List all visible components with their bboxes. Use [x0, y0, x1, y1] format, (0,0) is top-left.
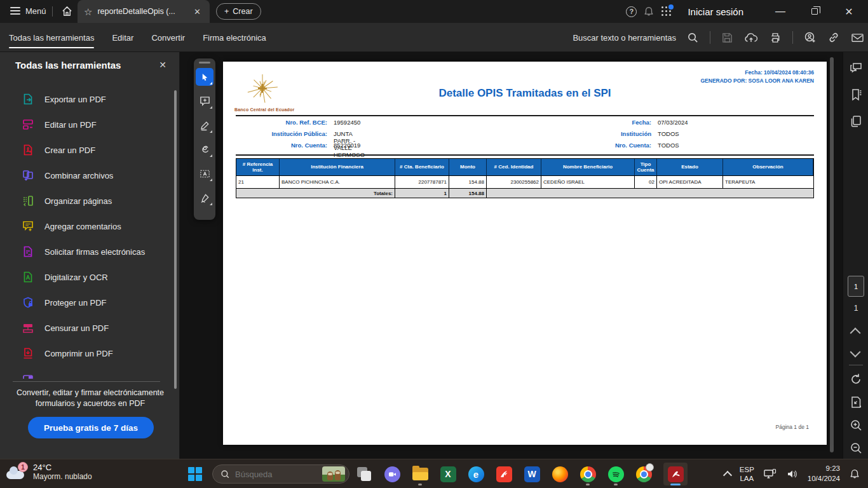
fit-page-icon[interactable] — [849, 395, 863, 409]
all-tools-panel: Todas las herramientas ✕ Exportar un PDF… — [0, 52, 180, 459]
print-icon[interactable] — [769, 32, 782, 44]
tool-compress-pdf[interactable]: Comprimir un PDF — [0, 342, 173, 365]
weather-badge: 1 — [18, 462, 28, 472]
bookmarks-panel-icon[interactable] — [849, 88, 863, 102]
sign-tool-button[interactable] — [196, 189, 214, 207]
draw-tool-button[interactable] — [196, 140, 214, 158]
tool-scan-ocr[interactable]: Digitalizar y OCR — [0, 266, 173, 288]
weather-temp: 24°C — [33, 463, 92, 472]
tab-convert[interactable]: Convertir — [142, 23, 194, 52]
comment-tool-button[interactable] — [196, 92, 214, 110]
notifications-bell-icon[interactable] — [643, 6, 654, 17]
xodo-pdf-icon[interactable] — [496, 463, 512, 485]
previous-page-chevron-icon[interactable] — [850, 328, 861, 339]
tab-close-icon[interactable]: ✕ — [191, 6, 203, 18]
document-scrollbar[interactable] — [830, 57, 834, 452]
header-rule — [236, 115, 814, 116]
search-input[interactable] — [235, 470, 317, 479]
chrome-profile-icon[interactable] — [635, 463, 652, 485]
file-explorer-icon[interactable] — [412, 463, 428, 485]
tab-esign[interactable]: Firma electrónica — [194, 23, 275, 52]
apps-grid-icon[interactable] — [661, 6, 672, 17]
menu-button[interactable]: Menú — [25, 6, 46, 16]
zoom-in-icon[interactable] — [849, 418, 863, 432]
home-icon[interactable] — [61, 5, 73, 17]
tool-export-pdf[interactable]: Exportar un PDF — [0, 88, 173, 111]
acrobat-icon[interactable] — [663, 463, 688, 485]
email-icon[interactable] — [851, 32, 864, 43]
network-icon[interactable] — [763, 468, 777, 480]
window-close-button[interactable]: ✕ — [835, 0, 863, 23]
tool-label: Crear un PDF — [44, 146, 95, 155]
tool-organize-pages[interactable]: Organizar páginas — [0, 189, 173, 212]
taskbar-search[interactable] — [212, 464, 349, 484]
free-trial-button[interactable]: Prueba gratis de 7 días — [28, 417, 154, 438]
favorite-star-icon[interactable]: ☆ — [84, 7, 92, 17]
create-button[interactable]: + Crear — [216, 3, 261, 20]
right-rail: 1 1 — [843, 52, 868, 459]
add-people-icon[interactable] — [804, 31, 817, 44]
tab-edit[interactable]: Editar — [103, 23, 142, 52]
notification-bell-icon[interactable] — [849, 468, 860, 480]
field-label: Institución — [566, 130, 651, 137]
firefox-icon[interactable] — [552, 463, 568, 485]
panel-close-icon[interactable]: ✕ — [159, 60, 166, 70]
select-text-tool-button[interactable] — [196, 165, 214, 182]
panel-scrollbar[interactable] — [174, 90, 177, 389]
help-icon[interactable]: ? — [626, 6, 637, 17]
tool-create-pdf[interactable]: Crear un PDF — [0, 139, 173, 161]
clock[interactable]: 9:23 10/4/2024 — [808, 464, 840, 484]
tool-edit-pdf[interactable]: Editar un PDF — [0, 113, 173, 136]
zoom-app-icon[interactable] — [384, 463, 400, 485]
next-page-chevron-icon[interactable] — [850, 347, 861, 358]
document-area: Fecha: 10/04/2024 08:40:36 GENERADO POR:… — [180, 52, 843, 459]
tool-protect-pdf[interactable]: Proteger un PDF — [0, 291, 173, 314]
hamburger-menu-icon[interactable] — [10, 7, 20, 15]
weather-cloud-icon: 1 — [6, 462, 28, 481]
hidden-icons-chevron[interactable] — [723, 471, 732, 480]
col-header: # Cta. Beneficiario — [395, 159, 449, 175]
tool-label: Combinar archivos — [44, 171, 113, 180]
task-view-button[interactable] — [356, 463, 372, 485]
tool-label: Exportar un PDF — [44, 95, 106, 104]
quickbar-drag-handle[interactable] — [199, 62, 210, 64]
tool-label: Solicitar firmas electrónicas — [44, 247, 145, 257]
tool-redact-pdf[interactable]: Censurar un PDF — [0, 316, 173, 339]
weather-widget[interactable]: 1 24°C Mayorm. nublado — [6, 462, 92, 481]
tool-add-comments[interactable]: Agregar comentarios — [0, 215, 173, 238]
search-tools-button[interactable]: Buscar texto o herramientas — [573, 33, 676, 43]
tool-request-esign[interactable]: Solicitar firmas electrónicas — [0, 240, 173, 263]
edge-icon[interactable]: e — [468, 463, 484, 485]
start-button[interactable] — [188, 467, 202, 481]
page-1-thumbnail[interactable]: 1 — [848, 276, 864, 297]
word-icon[interactable]: W — [524, 463, 540, 485]
cell: 154.88 — [449, 175, 487, 188]
organize-pages-icon — [22, 194, 34, 207]
rotate-page-icon[interactable] — [849, 372, 863, 386]
select-tool-button[interactable] — [196, 68, 214, 86]
comments-panel-icon[interactable] — [849, 61, 863, 75]
window-restore-button[interactable] — [801, 0, 829, 23]
highlight-tool-button[interactable] — [196, 116, 214, 134]
cloud-upload-icon[interactable] — [744, 32, 758, 44]
cell: 21 — [236, 175, 280, 188]
zoom-out-icon[interactable] — [849, 441, 863, 455]
tool-clipped-item[interactable] — [0, 367, 173, 379]
share-link-icon[interactable] — [827, 31, 840, 44]
window-minimize-button[interactable]: — — [766, 0, 794, 23]
sign-in-button[interactable]: Iniciar sesión — [688, 6, 743, 17]
search-highlight-image[interactable] — [322, 466, 345, 482]
page-indicator: Página 1 de 1 — [776, 424, 809, 430]
spotify-icon[interactable] — [607, 463, 624, 485]
volume-icon[interactable] — [786, 468, 799, 480]
tool-combine-files[interactable]: Combinar archivos — [0, 164, 173, 187]
search-icon[interactable] — [687, 32, 699, 44]
excel-icon[interactable]: X — [440, 463, 456, 485]
chrome-icon[interactable] — [580, 463, 596, 485]
language-indicator[interactable]: ESP LAA — [740, 465, 754, 484]
col-header: Estado — [657, 159, 723, 175]
document-tab[interactable]: ☆ reporteDetalleOpis (... ✕ — [78, 0, 210, 23]
page-thumbnails-icon[interactable] — [849, 114, 863, 128]
tab-all-tools[interactable]: Todas las herramientas — [0, 23, 103, 52]
quick-tools-bar — [194, 58, 215, 220]
